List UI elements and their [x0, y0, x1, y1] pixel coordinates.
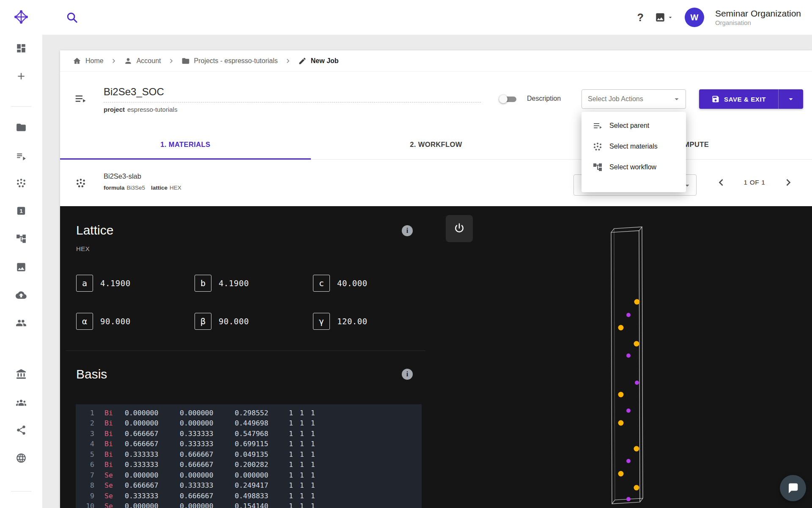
- sidebar-item-bank[interactable]: [16, 369, 27, 380]
- tab-1-materials[interactable]: 1. MATERIALS: [60, 130, 311, 159]
- chevron-left-icon: [714, 176, 728, 189]
- sidebar-item-jobs-list[interactable]: [16, 151, 27, 162]
- param-value[interactable]: 40.000: [337, 279, 368, 288]
- sidebar-item-plus[interactable]: [16, 71, 27, 82]
- basis-row: 4Bi0.6666670.3333330.6991151 1 1: [82, 439, 422, 450]
- description-label: Description: [527, 95, 561, 102]
- org-name: Seminar Organization: [715, 8, 801, 19]
- breadcrumb-item-account[interactable]: Account: [124, 57, 161, 65]
- param-value[interactable]: 120.00: [337, 317, 368, 326]
- menu-item-select-materials[interactable]: Select materials: [582, 136, 686, 157]
- atom-Se: [618, 325, 624, 331]
- breadcrumb-item-home[interactable]: Home: [73, 57, 104, 65]
- coord-y: 0.000000: [180, 409, 235, 417]
- section-divider: [66, 351, 425, 351]
- caret-down-icon: [672, 94, 681, 104]
- sidebar-item-share[interactable]: [16, 425, 27, 436]
- constraints: 1 1 1: [289, 450, 316, 458]
- sidebar-item-team[interactable]: [16, 318, 27, 329]
- sidebar-item-groups[interactable]: [16, 397, 27, 408]
- app-logo-icon[interactable]: [13, 8, 30, 25]
- pagination-next-button[interactable]: [782, 176, 795, 189]
- svg-text:1: 1: [19, 208, 22, 214]
- power-button[interactable]: [446, 215, 473, 242]
- chevron-right-icon: [167, 57, 176, 65]
- lattice-param-α: α90.000: [76, 312, 131, 330]
- constraints: 1 1 1: [289, 502, 316, 508]
- coord-x: 0.000000: [125, 471, 180, 479]
- save-exit-dropdown-button[interactable]: [779, 89, 803, 109]
- menu-item-select-parent[interactable]: Select parent: [582, 115, 686, 136]
- line-number: 7: [82, 471, 94, 479]
- atom-Se: [634, 341, 639, 347]
- basis-info-icon[interactable]: i: [402, 369, 413, 380]
- job-actions-select[interactable]: Select Job Actions: [582, 89, 686, 109]
- element-symbol: Se: [104, 502, 125, 508]
- atom-Bi: [635, 381, 639, 385]
- sidebar-item-images[interactable]: [16, 262, 27, 273]
- constraints: 1 1 1: [289, 492, 316, 500]
- coord-y: 0.666667: [180, 461, 235, 469]
- select-workflow-icon: [593, 162, 603, 172]
- breadcrumb-item-new-job[interactable]: New Job: [298, 57, 339, 65]
- atom-Se: [618, 392, 624, 398]
- chat-button[interactable]: [780, 475, 806, 501]
- sidebar-item-workflows[interactable]: [16, 233, 27, 244]
- sidebar-item-one-box[interactable]: 1: [16, 205, 27, 216]
- coord-y: 0.666667: [180, 492, 235, 500]
- media-menu-icon[interactable]: [655, 12, 674, 23]
- save-exit-button[interactable]: SAVE & EXIT: [699, 89, 803, 109]
- pagination-label: 1 OF 1: [733, 179, 776, 186]
- sidebar-item-dashboard[interactable]: [16, 43, 27, 54]
- atom-Se: [634, 446, 639, 452]
- search-icon[interactable]: [66, 11, 78, 24]
- constraints: 1 1 1: [289, 419, 316, 427]
- lattice-info-icon[interactable]: i: [402, 225, 413, 236]
- constraints: 1 1 1: [289, 409, 316, 417]
- help-icon[interactable]: ?: [637, 11, 644, 24]
- param-value[interactable]: 90.000: [100, 317, 131, 326]
- avatar[interactable]: W: [685, 8, 704, 27]
- line-number: 4: [82, 440, 94, 448]
- menu-item-select-workflow[interactable]: Select workflow: [582, 157, 686, 177]
- line-number: 5: [82, 450, 94, 458]
- basis-row: 3Bi0.6666670.3333330.5479681 1 1: [82, 428, 422, 439]
- description-toggle[interactable]: [499, 94, 518, 104]
- tab-bar: 1. MATERIALS2. WORKFLOW3. COMPUTE: [60, 130, 812, 160]
- param-value[interactable]: 4.1900: [219, 279, 249, 288]
- basis-row: 6Bi0.3333330.6666670.2002821 1 1: [82, 460, 422, 470]
- param-symbol: β: [195, 313, 211, 330]
- constraints: 1 1 1: [289, 461, 316, 469]
- coord-z: 0.699115: [235, 440, 281, 448]
- project-name: espresso-tutorials: [127, 106, 177, 113]
- topbar: ? W Seminar Organization Organisation: [0, 0, 812, 35]
- tab-2-workflow[interactable]: 2. WORKFLOW: [311, 130, 562, 159]
- sidebar-item-materials[interactable]: [16, 177, 27, 188]
- sidebar-item-globe[interactable]: [16, 453, 27, 464]
- menu-open-icon[interactable]: [74, 92, 87, 105]
- breadcrumb-item-projects-espresso-tutorials[interactable]: Projects - espresso-tutorials: [181, 57, 278, 65]
- param-value[interactable]: 4.1900: [100, 279, 131, 288]
- pagination-prev-button[interactable]: [714, 176, 728, 189]
- param-value[interactable]: 90.000: [219, 317, 249, 326]
- coord-y: 0.666667: [180, 450, 235, 458]
- line-number: 1: [82, 409, 94, 417]
- atom-Bi: [626, 353, 631, 358]
- save-icon: [711, 95, 720, 103]
- sidebar-item-folder[interactable]: [16, 122, 27, 133]
- basis-row: 9Se0.3333330.6666670.4988331 1 1: [82, 491, 422, 501]
- element-symbol: Bi: [104, 419, 125, 427]
- caret-down-icon: [667, 14, 674, 21]
- sidebar-divider: [11, 491, 31, 491]
- job-project: projectespresso-tutorials: [104, 106, 177, 113]
- line-number: 9: [82, 492, 94, 500]
- atom-Se: [634, 485, 639, 491]
- sidebar-item-cloud-upload[interactable]: [16, 290, 27, 301]
- home-icon: [73, 57, 81, 65]
- basis-row: 1Bi0.0000000.0000000.2985521 1 1: [82, 408, 422, 418]
- job-title[interactable]: Bi2Se3_SOC: [104, 86, 164, 98]
- basis-code-editor[interactable]: 1Bi0.0000000.0000000.2985521 1 12Bi0.000…: [76, 404, 422, 508]
- coord-z: 0.498833: [235, 492, 281, 500]
- line-number: 10: [82, 502, 94, 508]
- coord-y: 0.000000: [180, 502, 235, 508]
